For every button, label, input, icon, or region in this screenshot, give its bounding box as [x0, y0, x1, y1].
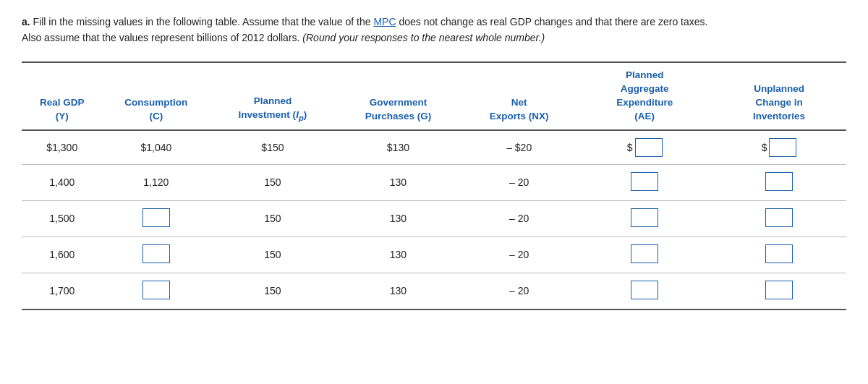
- table-row: $1,300$1,040$150$130– $20$$: [22, 130, 846, 165]
- cell-net-exports: – 20: [461, 236, 577, 273]
- cell-unplanned[interactable]: $: [712, 130, 846, 165]
- consumption-input-box[interactable]: [142, 244, 170, 263]
- col-header-planned-aggregate: PlannedAggregateExpenditure(AE): [577, 62, 712, 130]
- cell-planned-investment: $150: [210, 130, 335, 165]
- cell-planned-aggregate[interactable]: $: [577, 130, 712, 165]
- col-header-net-exports: NetExports (NX): [461, 62, 577, 130]
- cell-planned-investment: 150: [210, 164, 335, 200]
- unplanned-input-box[interactable]: [769, 138, 796, 157]
- col-header-unplanned: UnplannedChange inInventories: [712, 62, 846, 130]
- cell-planned-aggregate[interactable]: [577, 273, 712, 310]
- cell-planned-investment: 150: [210, 273, 335, 310]
- intro-text1: Fill in the missing values in the follow…: [30, 16, 374, 27]
- table-row: 1,500150130– 20: [22, 200, 846, 236]
- cell-unplanned[interactable]: [712, 164, 846, 200]
- cell-planned-aggregate[interactable]: [577, 200, 712, 236]
- consumption-input-box[interactable]: [142, 208, 170, 227]
- cell-real-gdp: 1,400: [22, 164, 103, 200]
- cell-consumption: $1,040: [103, 130, 210, 165]
- cell-real-gdp: 1,500: [22, 200, 103, 236]
- cell-planned-aggregate[interactable]: [577, 164, 712, 200]
- cell-net-exports: – $20: [461, 130, 577, 165]
- cell-unplanned[interactable]: [712, 200, 846, 236]
- cell-planned-investment: 150: [210, 236, 335, 273]
- cell-consumption[interactable]: [103, 273, 210, 310]
- planned-aggregate-input-box[interactable]: [631, 172, 658, 191]
- consumption-input-box[interactable]: [142, 281, 170, 299]
- planned-aggregate-input-box[interactable]: [631, 244, 658, 263]
- cell-planned-investment: 150: [210, 200, 335, 236]
- cell-planned-aggregate[interactable]: [577, 236, 712, 273]
- col-header-real-gdp: Real GDP(Y): [22, 62, 103, 130]
- cell-net-exports: – 20: [461, 273, 577, 310]
- table-row: 1,4001,120150130– 20: [22, 164, 846, 200]
- intro-text3: (Round your responses to the nearest who…: [302, 32, 545, 43]
- gdp-table: Real GDP(Y) Consumption(C) PlannedInvest…: [22, 61, 846, 310]
- cell-real-gdp: $1,300: [22, 130, 103, 165]
- cell-consumption: 1,120: [103, 164, 210, 200]
- cell-government: 130: [336, 164, 461, 200]
- cell-government: 130: [336, 200, 461, 236]
- col-header-consumption: Consumption(C): [103, 62, 210, 130]
- table-header-row: Real GDP(Y) Consumption(C) PlannedInvest…: [22, 62, 846, 130]
- unplanned-input-box[interactable]: [765, 172, 793, 191]
- cell-net-exports: – 20: [461, 200, 577, 236]
- cell-government: $130: [336, 130, 461, 165]
- cell-unplanned[interactable]: [712, 236, 846, 273]
- cell-real-gdp: 1,600: [22, 236, 103, 273]
- cell-government: 130: [336, 273, 461, 310]
- cell-real-gdp: 1,700: [22, 273, 103, 310]
- unplanned-input-box[interactable]: [765, 208, 793, 227]
- cell-consumption[interactable]: [103, 200, 210, 236]
- dollar-prefix: $: [627, 142, 633, 153]
- unplanned-input-box[interactable]: [765, 244, 793, 263]
- mpc-link[interactable]: MPC: [373, 16, 396, 27]
- planned-aggregate-input-box[interactable]: [631, 208, 658, 227]
- cell-government: 130: [336, 236, 461, 273]
- table-row: 1,600150130– 20: [22, 236, 846, 273]
- cell-net-exports: – 20: [461, 164, 577, 200]
- col-header-planned-investment: PlannedInvestment (Ip): [210, 62, 335, 130]
- cell-consumption[interactable]: [103, 236, 210, 273]
- col-header-government: GovernmentPurchases (G): [336, 62, 461, 130]
- planned-aggregate-input-box[interactable]: [631, 281, 658, 299]
- table-row: 1,700150130– 20: [22, 273, 846, 310]
- intro-paragraph: a. Fill in the missing values in the fol…: [22, 14, 846, 46]
- planned-aggregate-input-box[interactable]: [635, 138, 663, 157]
- unplanned-input-box[interactable]: [765, 281, 793, 299]
- cell-unplanned[interactable]: [712, 273, 846, 310]
- dollar-prefix: $: [762, 142, 767, 153]
- part-label: a.: [22, 16, 30, 27]
